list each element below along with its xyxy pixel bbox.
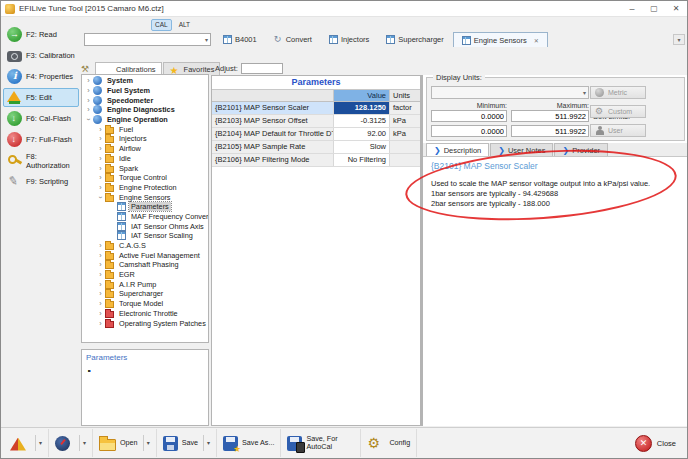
tree-item[interactable]: › Active Fuel Management bbox=[82, 250, 208, 260]
tree-toolbar-icon[interactable] bbox=[181, 47, 194, 60]
bottom-toolbar-button[interactable]: Open bbox=[93, 429, 157, 457]
document-tab[interactable]: Injectors bbox=[321, 32, 377, 47]
tree-item[interactable]: › Torque Model bbox=[82, 299, 208, 309]
toolbar-icon[interactable] bbox=[134, 18, 148, 31]
tree-expander-icon[interactable]: › bbox=[85, 86, 92, 95]
sidebar-function-button[interactable]: F5: Edit bbox=[3, 88, 79, 107]
toolbar-icon[interactable] bbox=[248, 18, 262, 31]
edit-toolbar-icon[interactable] bbox=[247, 47, 261, 60]
tree-expander-icon[interactable]: › bbox=[97, 251, 104, 260]
toolbar-icon[interactable] bbox=[333, 18, 347, 31]
tree-item[interactable]: › Camshaft Phasing bbox=[82, 260, 208, 270]
toolbar-icon[interactable] bbox=[316, 18, 330, 31]
table-row[interactable]: {B2105} MAP Sample Rate Slow bbox=[212, 141, 420, 154]
adjust-icon[interactable] bbox=[405, 62, 418, 75]
toolbar-icon[interactable] bbox=[435, 18, 449, 31]
tree-item[interactable]: › Engine Operation bbox=[82, 115, 208, 125]
table-row[interactable]: {B2103} MAP Sensor Offset -0.3125 kPa bbox=[212, 115, 420, 128]
cell-name[interactable]: {B2101} MAP Sensor Scaler bbox=[212, 102, 334, 114]
info-tab[interactable]: User Notes bbox=[490, 143, 553, 156]
tree-item[interactable]: › Engine Diagnostics bbox=[82, 105, 208, 115]
tree-item[interactable]: › Airflow bbox=[82, 144, 208, 154]
info-tab[interactable]: Provider bbox=[554, 143, 608, 156]
sidebar-function-button[interactable]: F6: Cal-Flash bbox=[3, 109, 79, 128]
edit-toolbar-icon[interactable] bbox=[215, 47, 229, 60]
chevron-down-icon[interactable] bbox=[203, 435, 210, 451]
edit-toolbar-icon[interactable] bbox=[327, 47, 341, 60]
soft-max-field[interactable] bbox=[511, 110, 589, 122]
tree-toolbar-icon[interactable] bbox=[111, 47, 124, 60]
tree-item[interactable]: › Fuel bbox=[82, 124, 208, 134]
tree-expander-icon[interactable]: › bbox=[85, 105, 92, 114]
tree-item[interactable]: › Idle bbox=[82, 154, 208, 164]
tree-expander-icon[interactable]: › bbox=[97, 164, 104, 173]
tree-toolbar-icon[interactable] bbox=[167, 47, 180, 60]
window-control-button[interactable] bbox=[621, 1, 643, 16]
adjust-icon[interactable] bbox=[315, 62, 328, 75]
tree-toolbar-icon[interactable] bbox=[125, 47, 138, 60]
toolbar-icon[interactable] bbox=[452, 18, 466, 31]
adjust-icon[interactable] bbox=[375, 62, 388, 75]
table-row[interactable]: {B2101} MAP Sensor Scaler 128.1250 facto… bbox=[212, 102, 420, 115]
toolbar-icon[interactable] bbox=[117, 18, 131, 31]
edit-toolbar-icon[interactable] bbox=[263, 47, 277, 60]
table-row[interactable]: {B2104} MAP Default for Throttle DTC 92.… bbox=[212, 128, 420, 141]
toolbar-icon[interactable] bbox=[282, 18, 296, 31]
tree-item[interactable]: › Engine Protection bbox=[82, 183, 208, 193]
tree-toolbar-icon[interactable] bbox=[139, 47, 152, 60]
tree-item[interactable]: › Speedometer bbox=[82, 95, 208, 105]
close-button[interactable]: Close bbox=[627, 429, 684, 457]
edit-toolbar-icon[interactable] bbox=[231, 47, 245, 60]
tree-expander-icon[interactable]: › bbox=[96, 194, 105, 201]
window-control-button[interactable] bbox=[643, 1, 665, 16]
tree-item[interactable]: › Electronic Throttle bbox=[82, 309, 208, 319]
toolbar-icon[interactable] bbox=[350, 18, 364, 31]
tree-expander-icon[interactable]: › bbox=[97, 319, 104, 328]
bottom-toolbar-button[interactable]: Config bbox=[361, 429, 417, 457]
tree-expander-icon[interactable]: › bbox=[97, 183, 104, 192]
tree-expander-icon[interactable]: › bbox=[97, 309, 104, 318]
cell-value[interactable]: -0.3125 bbox=[334, 115, 390, 127]
document-tab[interactable]: Supercharger bbox=[378, 32, 451, 47]
toolbar-icon[interactable] bbox=[299, 18, 313, 31]
toolbar-icon[interactable] bbox=[367, 18, 381, 31]
tree-item[interactable]: › Torque Control bbox=[82, 173, 208, 183]
tree-expander-icon[interactable]: › bbox=[97, 134, 104, 143]
tree-toolbar-icon[interactable] bbox=[83, 47, 96, 60]
sidebar-function-button[interactable]: F2: Read bbox=[3, 25, 79, 44]
tree-toolbar-icon[interactable] bbox=[97, 47, 110, 60]
units-button[interactable]: Custom bbox=[590, 105, 646, 118]
chevron-down-icon[interactable] bbox=[143, 435, 150, 451]
tab-close-icon[interactable] bbox=[534, 37, 539, 44]
toolbar-icon[interactable] bbox=[384, 18, 398, 31]
tree-expander-icon[interactable]: › bbox=[85, 76, 92, 85]
file-combobox[interactable] bbox=[84, 33, 211, 46]
document-tab[interactable]: Convert bbox=[266, 32, 320, 47]
tree-item[interactable]: › Engine Sensors bbox=[82, 192, 208, 202]
tree-expander-icon[interactable]: › bbox=[97, 299, 104, 308]
tree-expander-icon[interactable]: › bbox=[97, 125, 104, 134]
tree-item[interactable]: › Fuel System bbox=[82, 86, 208, 96]
adjust-icon[interactable] bbox=[285, 62, 298, 75]
tree-item[interactable]: › C.A.G.S bbox=[82, 241, 208, 251]
sidebar-function-button[interactable]: F3: Calibration bbox=[3, 46, 79, 65]
bottom-toolbar-button[interactable] bbox=[4, 429, 49, 457]
adjust-icon[interactable] bbox=[360, 62, 373, 75]
chevron-down-icon[interactable] bbox=[79, 435, 86, 451]
chevron-down-icon[interactable] bbox=[35, 435, 42, 451]
toolbar-icon[interactable] bbox=[469, 18, 483, 31]
bottom-toolbar-button[interactable]: Save, For AutoCal bbox=[281, 429, 361, 457]
sidebar-function-button[interactable]: F7: Full-Flash bbox=[3, 130, 79, 149]
adjust-icon[interactable] bbox=[495, 62, 508, 75]
tree-item[interactable]: › A.I.R Pump bbox=[82, 279, 208, 289]
toolbar-icon[interactable] bbox=[231, 18, 245, 31]
adjust-icon[interactable] bbox=[330, 62, 343, 75]
toolbar-icon[interactable] bbox=[265, 18, 279, 31]
tree-item[interactable]: › Injectors bbox=[82, 134, 208, 144]
tree-item[interactable]: IAT Sensor Ohms Axis bbox=[82, 221, 208, 231]
cell-value[interactable]: Slow bbox=[334, 141, 390, 153]
tree-expander-icon[interactable]: › bbox=[97, 154, 104, 163]
document-tab[interactable]: Engine Sensors bbox=[453, 32, 548, 47]
units-button[interactable]: Metric bbox=[590, 86, 646, 99]
document-tab[interactable]: B4001 bbox=[215, 32, 265, 47]
